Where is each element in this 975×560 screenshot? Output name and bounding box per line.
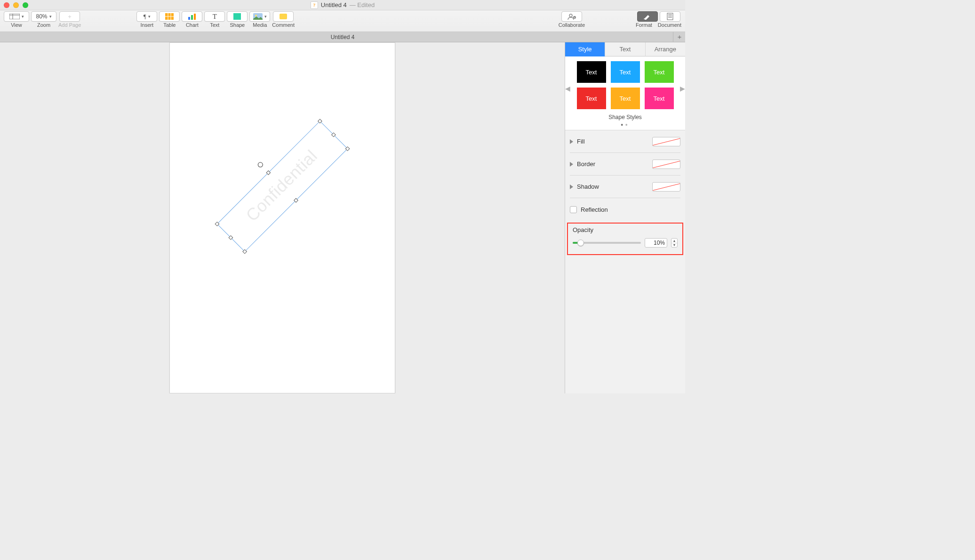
fill-label: Fill — [577, 138, 585, 145]
svg-rect-8 — [191, 15, 193, 20]
format-button[interactable] — [637, 11, 658, 22]
svg-rect-0 — [9, 14, 20, 19]
shadow-row[interactable]: Shadow — [570, 176, 680, 198]
resize-handle[interactable] — [215, 222, 219, 226]
resize-handle[interactable] — [318, 119, 322, 123]
resize-handle[interactable] — [345, 146, 350, 151]
fullscreen-window-button[interactable] — [23, 2, 28, 8]
insert-label: Insert — [141, 22, 154, 28]
opacity-stepper[interactable]: ▲▼ — [671, 238, 678, 248]
shadow-swatch[interactable] — [652, 182, 680, 192]
shape-styles-pane: ◀ ▶ Text Text Text Text Text Text Shape … — [565, 56, 685, 130]
shadow-label: Shadow — [577, 183, 599, 190]
page[interactable]: Confidential — [169, 42, 395, 393]
format-inspector: Style Text Arrange ◀ ▶ Text Text Text Te… — [565, 42, 685, 393]
rotate-handle[interactable] — [257, 161, 264, 168]
svg-rect-9 — [194, 14, 196, 20]
zoom-button[interactable]: 80% ▾ — [31, 11, 56, 22]
zoom-label: Zoom — [37, 22, 50, 28]
table-button[interactable] — [159, 11, 180, 22]
style-swatch-green[interactable]: Text — [645, 61, 674, 83]
svg-text:+: + — [574, 16, 575, 19]
reflection-row[interactable]: Reflection — [570, 198, 680, 221]
chevron-down-icon: ▾ — [49, 14, 52, 19]
comment-label: Comment — [272, 22, 295, 28]
style-swatch-orange[interactable]: Text — [611, 88, 640, 109]
opacity-label: Opacity — [573, 226, 678, 233]
page-dots[interactable]: ●● — [568, 122, 682, 127]
resize-handle[interactable] — [266, 170, 271, 175]
document-tab-strip: Untitled 4 ＋ — [0, 32, 685, 42]
selected-shape[interactable]: Confidential — [209, 113, 355, 259]
add-tab-button[interactable]: ＋ — [673, 32, 685, 42]
collaborate-button[interactable]: + — [561, 11, 582, 22]
main-toolbar: ▾ View 80% ▾ Zoom ＋ Add Page ¶▾ Insert T… — [0, 10, 685, 32]
style-swatch-blue[interactable]: Text — [611, 61, 640, 83]
style-swatch-red[interactable]: Text — [577, 88, 606, 109]
watermark-text: Confidential — [224, 128, 340, 244]
chart-label: Chart — [186, 22, 199, 28]
view-button[interactable]: ▾ — [4, 11, 29, 22]
document-label: Document — [658, 22, 681, 28]
media-button[interactable]: ▾ — [249, 11, 270, 22]
table-label: Table — [163, 22, 176, 28]
tab-text[interactable]: Text — [605, 42, 645, 56]
stepper-up-icon[interactable]: ▲ — [671, 239, 677, 243]
prev-styles-icon[interactable]: ◀ — [565, 85, 570, 92]
style-swatch-black[interactable]: Text — [577, 61, 606, 83]
traffic-lights — [4, 2, 28, 8]
chevron-down-icon: ▾ — [22, 14, 24, 19]
comment-button[interactable] — [273, 11, 294, 22]
insert-button[interactable]: ¶▾ — [136, 11, 157, 22]
chevron-down-icon: ▾ — [148, 14, 151, 19]
document-proxy-icon[interactable]: 7 — [311, 1, 318, 9]
slider-thumb[interactable] — [577, 240, 584, 246]
minimize-window-button[interactable] — [13, 2, 19, 8]
chevron-down-icon: ▾ — [264, 14, 267, 19]
next-styles-icon[interactable]: ▶ — [680, 85, 685, 92]
collaborate-label: Collaborate — [559, 22, 585, 28]
fill-row[interactable]: Fill — [570, 130, 680, 153]
document-tab[interactable]: Untitled 4 — [331, 34, 355, 40]
reflection-checkbox[interactable] — [570, 206, 577, 213]
view-label: View — [11, 22, 22, 28]
svg-rect-15 — [667, 13, 673, 20]
resize-handle[interactable] — [242, 249, 247, 254]
disclosure-triangle-icon[interactable] — [570, 139, 573, 144]
document-canvas[interactable]: Confidential — [0, 42, 565, 393]
close-window-button[interactable] — [4, 2, 9, 8]
document-title[interactable]: Untitled 4 — [321, 1, 347, 8]
document-edited-status: — Edited — [350, 1, 375, 8]
svg-point-12 — [569, 14, 572, 17]
fill-swatch[interactable] — [652, 137, 680, 146]
svg-point-11 — [255, 15, 257, 16]
opacity-section: Opacity 10% ▲▼ — [567, 223, 683, 255]
border-swatch[interactable] — [652, 160, 680, 169]
text-label: Text — [210, 22, 219, 28]
text-button[interactable]: T — [204, 11, 225, 22]
opacity-slider[interactable] — [573, 240, 641, 246]
reflection-label: Reflection — [581, 206, 608, 213]
style-swatch-pink[interactable]: Text — [645, 88, 674, 109]
window-titlebar: 7 Untitled 4 — Edited — [0, 0, 685, 10]
shape-label: Shape — [230, 22, 245, 28]
border-row[interactable]: Border — [570, 153, 680, 176]
format-label: Format — [636, 22, 652, 28]
border-label: Border — [577, 160, 595, 168]
tab-style[interactable]: Style — [565, 42, 605, 56]
add-page-label: Add Page — [58, 22, 81, 28]
opacity-field[interactable]: 10% — [645, 238, 667, 248]
add-page-button[interactable]: ＋ — [59, 11, 80, 22]
stepper-down-icon[interactable]: ▼ — [671, 243, 677, 248]
svg-rect-7 — [188, 17, 190, 20]
chart-button[interactable] — [182, 11, 202, 22]
media-label: Media — [253, 22, 267, 28]
disclosure-triangle-icon[interactable] — [570, 162, 573, 167]
zoom-value: 80% — [36, 13, 47, 20]
tab-arrange[interactable]: Arrange — [646, 42, 685, 56]
resize-handle[interactable] — [294, 198, 298, 203]
window-title: 7 Untitled 4 — Edited — [311, 1, 375, 9]
shape-button[interactable] — [227, 11, 248, 22]
disclosure-triangle-icon[interactable] — [570, 184, 573, 189]
document-button[interactable] — [660, 11, 680, 22]
